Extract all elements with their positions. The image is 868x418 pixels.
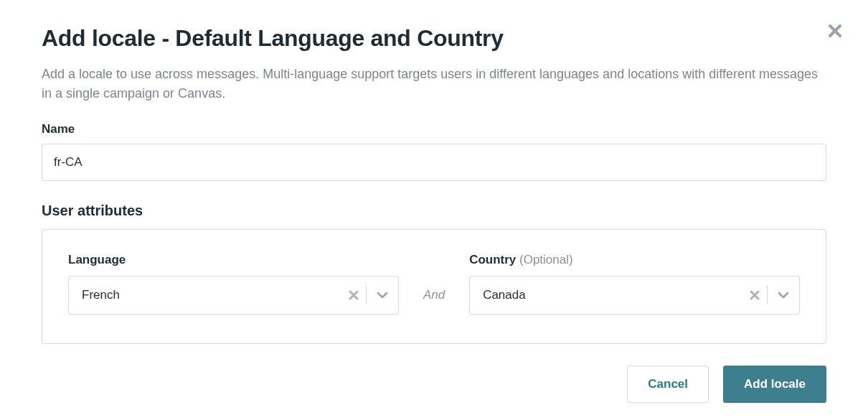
modal-title: Add locale - Default Language and Countr… xyxy=(42,25,826,52)
user-attributes-box: Language French And Country (Optional) C… xyxy=(42,229,826,344)
language-value: French xyxy=(69,288,341,302)
country-chevron-down-icon[interactable] xyxy=(768,292,799,299)
add-locale-button[interactable]: Add locale xyxy=(723,366,826,403)
modal-description: Add a locale to use across messages. Mul… xyxy=(42,65,826,103)
cancel-button[interactable]: Cancel xyxy=(627,366,709,403)
country-column: Country (Optional) Canada xyxy=(469,253,800,315)
language-label: Language xyxy=(68,253,399,267)
country-select[interactable]: Canada xyxy=(469,276,800,315)
modal-footer: Cancel Add locale xyxy=(42,366,826,403)
language-select[interactable]: French xyxy=(68,276,399,315)
country-label-text: Country xyxy=(469,253,516,266)
and-separator: And xyxy=(399,276,469,315)
language-chevron-down-icon[interactable] xyxy=(367,292,398,299)
name-label: Name xyxy=(42,122,826,136)
country-clear-icon[interactable] xyxy=(742,288,767,302)
country-optional-text: (Optional) xyxy=(516,253,572,266)
country-value: Canada xyxy=(470,288,742,302)
country-label: Country (Optional) xyxy=(469,253,800,267)
close-icon[interactable] xyxy=(828,22,842,42)
user-attributes-label: User attributes xyxy=(42,203,826,219)
language-column: Language French xyxy=(68,253,399,315)
language-clear-icon[interactable] xyxy=(341,288,366,302)
name-input[interactable] xyxy=(42,144,826,181)
